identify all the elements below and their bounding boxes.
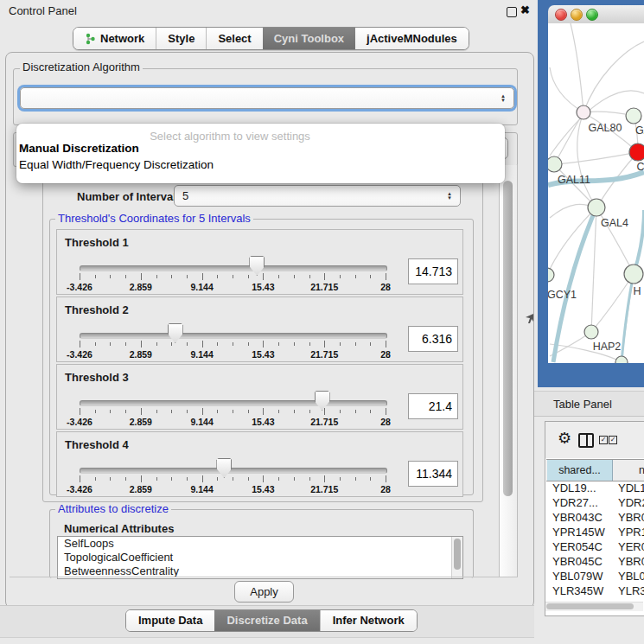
column-header-name[interactable]: na [613, 460, 644, 481]
apply-button[interactable]: Apply [234, 581, 294, 603]
tick-label: 15.43 [252, 484, 274, 494]
threshold-label: Threshold 4 [65, 438, 129, 451]
tick-label: 21.715 [310, 484, 338, 494]
checkbox-icon[interactable]: ✓ [609, 436, 617, 444]
mouse-cursor [526, 312, 534, 328]
settings-vertical-scrollbar[interactable] [499, 165, 518, 577]
node-label-gal80: GAL80 [589, 122, 622, 134]
node-label-gal11: GAL11 [558, 174, 590, 186]
number-of-intervals-label: Number of Intervals [77, 190, 182, 203]
tick-label: 9.144 [190, 282, 213, 292]
attributes-scrollbar[interactable] [451, 537, 462, 578]
table-row[interactable]: YBL079WYBL0 [546, 569, 644, 583]
tab-network[interactable]: Network [73, 28, 156, 49]
network-node-h-node[interactable] [624, 265, 643, 284]
tick-label: 2.859 [130, 484, 152, 494]
table-rows: YDL19...YDL1YDR27...YDR2YBR043CYBR0YPR14… [546, 481, 644, 608]
close-icon[interactable]: ✖ [520, 3, 530, 16]
slider-track[interactable] [80, 265, 387, 271]
column-header-shared-name[interactable]: shared... [547, 460, 613, 481]
scrollbar-thumb[interactable] [503, 181, 513, 496]
table-horizontal-scrollbar[interactable] [545, 602, 643, 611]
table-row[interactable]: YPR145WYPR1 [546, 525, 644, 539]
slider-track[interactable] [80, 400, 387, 406]
minimize-traffic-light-icon[interactable] [571, 9, 583, 21]
threshold-label: Threshold 2 [65, 303, 129, 316]
combo-arrows-icon: ▴▾ [445, 192, 454, 200]
threshold-label: Threshold 3 [65, 371, 129, 384]
threshold-value-field[interactable] [408, 461, 458, 487]
tick-label: 15.43 [252, 282, 274, 292]
tick-label: 9.144 [190, 484, 213, 494]
tick-label: 9.144 [190, 349, 213, 360]
table-panel-title: Table Panel [553, 398, 612, 411]
table-row[interactable]: YLR345WYLR3 [546, 583, 644, 598]
tab-infer-network[interactable]: Infer Network [320, 610, 417, 631]
number-of-intervals-combobox[interactable]: 5 ▴▾ [174, 185, 461, 207]
columns-icon[interactable] [578, 433, 594, 448]
divider [10, 577, 518, 577]
slider-ticks [80, 475, 386, 484]
node-label-gal4: GAL4 [601, 217, 628, 229]
control-panel-titlebar: Control Panel ✖ [0, 0, 534, 22]
tick-label: -3.426 [67, 282, 92, 292]
network-node-bottom[interactable] [615, 356, 628, 363]
cyni-toolbox-panel: Discretization Algorithm ▴▾ Table Data g… [5, 52, 534, 609]
tick-label: 2.859 [130, 417, 152, 427]
tick-label: 28 [380, 282, 391, 292]
algorithm-combobox[interactable]: ▴▾ [20, 87, 514, 109]
table-row[interactable]: YER054CYER0 [546, 539, 644, 554]
slider-track[interactable] [80, 468, 387, 474]
network-node-gal11[interactable] [548, 156, 562, 172]
table-row[interactable]: YDR27...YDR2 [546, 495, 644, 510]
threshold-value-field[interactable] [408, 326, 458, 352]
network-node-gal80[interactable] [577, 105, 590, 119]
threshold-value-field[interactable] [408, 258, 458, 284]
attribute-list-item[interactable]: TopologicalCoefficient [58, 551, 462, 564]
scrollbar-thumb[interactable] [546, 603, 634, 609]
network-node-hap2[interactable] [584, 325, 598, 339]
table-header-row: shared... na [546, 459, 644, 481]
tick-label: -3.426 [67, 349, 92, 360]
tab-network-label: Network [100, 28, 144, 49]
float-window-icon[interactable] [507, 7, 517, 17]
tab-jactivemnodules[interactable]: jActiveMNodules [355, 28, 469, 49]
threshold-row: Threshold 3 -3.4262.8599.14415.4321.7152… [56, 364, 463, 430]
tab-impute-data[interactable]: Impute Data [126, 610, 214, 631]
table-row[interactable]: YDL19...YDL1 [546, 481, 644, 495]
attribute-list-item[interactable]: SelfLoops [58, 537, 462, 551]
slider-track[interactable] [80, 333, 387, 339]
network-node-gcy1[interactable] [548, 268, 554, 282]
network-node-red-node[interactable] [629, 143, 644, 161]
threshold-row: Threshold 2 -3.4262.8599.14415.4321.7152… [56, 296, 463, 362]
algorithm-group-title: Discretization Algorithm [20, 61, 143, 73]
table-row[interactable]: YBR045CYBR0 [546, 554, 644, 569]
tab-discretize-data[interactable]: Discretize Data [214, 610, 319, 631]
network-node-top-right[interactable] [626, 108, 641, 124]
tick-label: 28 [380, 484, 391, 494]
gear-icon[interactable]: ⚙ [558, 430, 571, 446]
tick-label: 2.859 [130, 282, 152, 292]
tab-cyni-toolbox[interactable]: Cyni Toolbox [263, 28, 355, 49]
checkbox-icon[interactable]: ✓ [599, 436, 608, 444]
zoom-traffic-light-icon[interactable] [586, 9, 598, 21]
tab-select[interactable]: Select [206, 28, 262, 49]
thresholds-group-title: Threshold's Coordinates for 5 Intervals [55, 212, 253, 225]
popup-item-equal-width-frequency[interactable]: Equal Width/Frequency Discretization [19, 158, 214, 171]
popup-item-manual-discretization[interactable]: Manual Discretization [19, 142, 139, 155]
control-panel-tabs: Network Style Select Cyni Toolbox jActiv… [73, 27, 469, 50]
table-row[interactable]: YBR043CYBR0 [546, 510, 644, 525]
tick-label: 28 [380, 417, 391, 427]
control-panel-title: Control Panel [9, 4, 77, 17]
network-icon [85, 33, 96, 45]
scrollbar-thumb[interactable] [454, 539, 461, 570]
network-canvas[interactable]: GAL80GACGAL11GAL4GCY1HHAP2 [548, 23, 644, 363]
network-window-titlebar [548, 5, 644, 24]
network-node-gal4[interactable] [588, 199, 605, 216]
threshold-value-field[interactable] [408, 393, 458, 419]
node-label-top-right: GA [635, 124, 644, 137]
numerical-attributes-list[interactable]: SelfLoopsTopologicalCoefficientBetweenne… [57, 536, 463, 579]
tab-style[interactable]: Style [156, 28, 206, 49]
slider-tick-labels: -3.4262.8599.14415.4321.71528 [80, 417, 386, 427]
close-traffic-light-icon[interactable] [555, 9, 567, 21]
